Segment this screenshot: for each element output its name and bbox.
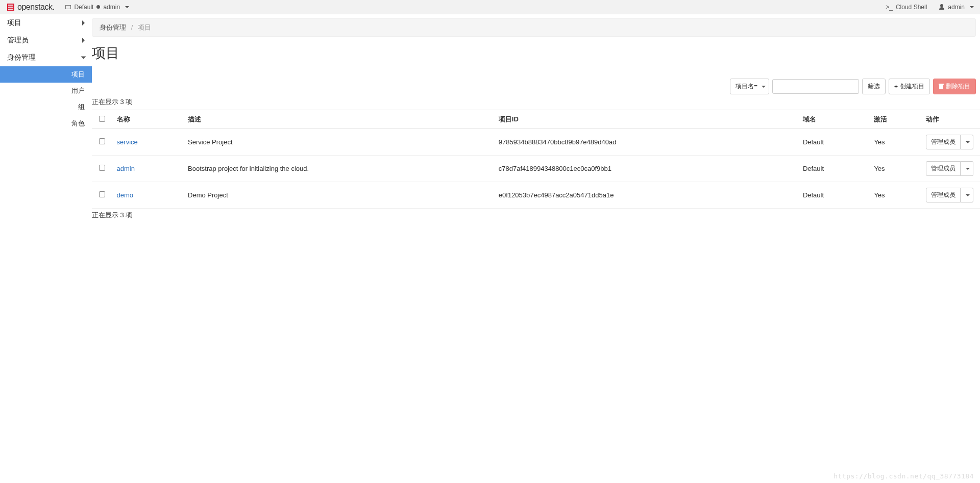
- project-name-link[interactable]: service: [117, 138, 138, 146]
- user-label: admin: [948, 4, 965, 11]
- select-all-checkbox[interactable]: [99, 116, 105, 122]
- chevron-right-icon: [82, 38, 85, 43]
- cell-id: 9785934b8883470bbc89b97e489d40ad: [495, 129, 799, 156]
- table-row: demoDemo Projecte0f12053b7ec4987acc2a054…: [92, 182, 980, 209]
- table-header-row: 名称 描述 项目ID 域名 激活 动作: [92, 110, 980, 129]
- breadcrumb-separator: /: [131, 23, 133, 31]
- nav-group-admin[interactable]: 管理员: [0, 32, 92, 49]
- col-header-name[interactable]: 名称: [113, 110, 184, 129]
- filter-button[interactable]: 筛选: [862, 79, 886, 94]
- user-icon: [939, 4, 945, 10]
- create-project-button[interactable]: + 创建项目: [889, 79, 930, 94]
- cloud-shell-label: Cloud Shell: [896, 4, 927, 11]
- row-action-dropdown[interactable]: [961, 135, 973, 149]
- breadcrumb-root[interactable]: 身份管理: [100, 23, 126, 31]
- trash-icon: [939, 84, 944, 89]
- project-context-switcher[interactable]: Default admin: [65, 4, 129, 11]
- cell-domain: Default: [799, 156, 870, 182]
- context-project: admin: [103, 4, 120, 11]
- sidebar-item-groups[interactable]: 组: [0, 99, 92, 115]
- topbar: openstack. Default admin >_ Cloud Shell …: [0, 0, 980, 14]
- plus-icon: +: [894, 83, 898, 90]
- chevron-down-icon: [970, 6, 974, 8]
- cell-description: Bootstrap project for initializing the c…: [184, 156, 495, 182]
- row-action-button[interactable]: 管理成员: [926, 135, 961, 149]
- cell-active: Yes: [870, 156, 921, 182]
- col-header-active[interactable]: 激活: [870, 110, 921, 129]
- terminal-icon: >_: [886, 4, 893, 11]
- sidebar-item-label: 项目: [71, 70, 85, 78]
- domain-icon: [65, 5, 71, 9]
- nav-group-label: 管理员: [7, 36, 29, 45]
- cell-active: Yes: [870, 129, 921, 156]
- col-header-domain[interactable]: 域名: [799, 110, 870, 129]
- col-header-description[interactable]: 描述: [184, 110, 495, 129]
- sidebar-item-roles[interactable]: 角色: [0, 115, 92, 132]
- chevron-down-icon: [966, 168, 970, 170]
- table-row: serviceService Project9785934b8883470bbc…: [92, 129, 980, 156]
- page-title: 项目: [92, 44, 980, 62]
- chevron-down-icon: [81, 57, 86, 59]
- row-count-top: 正在显示 3 项: [92, 97, 980, 107]
- brand-text: openstack.: [17, 3, 54, 12]
- create-button-label: 创建项目: [900, 82, 924, 91]
- topbar-right: >_ Cloud Shell admin: [886, 4, 974, 11]
- delete-button-label: 删除项目: [946, 82, 970, 91]
- project-name-link[interactable]: admin: [117, 165, 135, 172]
- nav-group-label: 身份管理: [7, 53, 36, 62]
- col-header-id[interactable]: 项目ID: [495, 110, 799, 129]
- row-action-button[interactable]: 管理成员: [926, 161, 961, 176]
- cell-id: c78d7af418994348800c1ec0ca0f9bb1: [495, 156, 799, 182]
- filter-field-selector[interactable]: 项目名=: [730, 79, 769, 94]
- row-action-button[interactable]: 管理成员: [926, 188, 961, 202]
- breadcrumb: 身份管理 / 项目: [92, 18, 976, 37]
- chevron-right-icon: [82, 20, 85, 26]
- breadcrumb-current: 项目: [138, 23, 151, 31]
- sidebar-item-label: 角色: [71, 119, 85, 127]
- cell-description: Demo Project: [184, 182, 495, 209]
- openstack-icon: [6, 3, 15, 12]
- select-all-header: [92, 110, 113, 129]
- projects-table: 名称 描述 项目ID 域名 激活 动作 serviceService Proje…: [92, 110, 980, 209]
- project-name-link[interactable]: demo: [117, 191, 134, 199]
- cloud-shell-button[interactable]: >_ Cloud Shell: [886, 4, 927, 11]
- cell-domain: Default: [799, 129, 870, 156]
- cell-id: e0f12053b7ec4987acc2a05471dd5a1e: [495, 182, 799, 209]
- user-menu[interactable]: admin: [939, 4, 974, 11]
- main-layout: 项目 管理员 身份管理 项目 用户 组 角色 身份管理 / 项目 项目: [0, 14, 980, 223]
- nav-group-identity[interactable]: 身份管理: [0, 49, 92, 66]
- content-area: 身份管理 / 项目 项目 项目名= 筛选 + 创建项目 删除项目 正在显示 3 …: [92, 14, 980, 223]
- row-action-dropdown[interactable]: [961, 188, 973, 202]
- row-checkbox[interactable]: [99, 138, 105, 144]
- project-dot-icon: [96, 5, 100, 9]
- chevron-down-icon: [966, 141, 970, 143]
- table-toolbar: 项目名= 筛选 + 创建项目 删除项目: [92, 79, 976, 94]
- cell-domain: Default: [799, 182, 870, 209]
- row-checkbox[interactable]: [99, 191, 105, 197]
- filter-field-label: 项目名=: [736, 82, 757, 91]
- col-header-action: 动作: [922, 110, 980, 129]
- brand-logo[interactable]: openstack.: [6, 3, 54, 12]
- cell-active: Yes: [870, 182, 921, 209]
- nav-group-project[interactable]: 项目: [0, 14, 92, 32]
- delete-project-button[interactable]: 删除项目: [933, 79, 976, 94]
- nav-group-label: 项目: [7, 18, 21, 28]
- context-domain: Default: [74, 4, 93, 11]
- cell-description: Service Project: [184, 129, 495, 156]
- filter-button-label: 筛选: [868, 82, 880, 91]
- chevron-down-icon: [966, 194, 970, 196]
- chevron-down-icon: [125, 6, 129, 8]
- sidebar-item-label: 组: [78, 103, 85, 111]
- row-count-bottom: 正在显示 3 项: [92, 211, 980, 220]
- sidebar: 项目 管理员 身份管理 项目 用户 组 角色: [0, 14, 92, 223]
- chevron-down-icon: [762, 86, 766, 88]
- sidebar-item-users[interactable]: 用户: [0, 83, 92, 99]
- table-row: adminBootstrap project for initializing …: [92, 156, 980, 182]
- sidebar-item-label: 用户: [71, 87, 85, 94]
- row-checkbox[interactable]: [99, 165, 105, 171]
- filter-input[interactable]: [772, 79, 859, 94]
- sidebar-item-projects[interactable]: 项目: [0, 66, 92, 83]
- row-action-dropdown[interactable]: [961, 161, 973, 176]
